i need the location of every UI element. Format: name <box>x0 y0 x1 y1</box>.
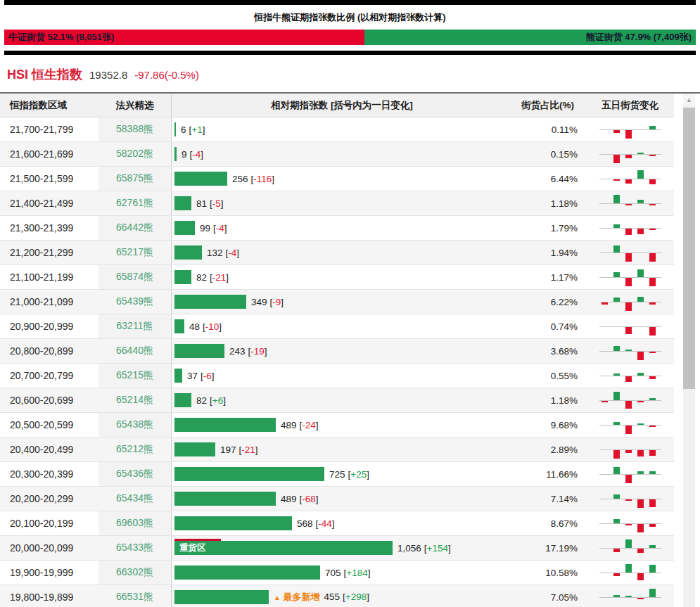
warrant-code-cell[interactable]: 65217熊 <box>98 241 171 264</box>
spark-bar-down <box>613 130 620 133</box>
table-row[interactable]: 20,400-20,499 65212熊 197[-21] 2.89% <box>0 437 674 462</box>
warrant-code-cell[interactable]: 65433熊 <box>98 536 171 560</box>
warrant-code-cell[interactable]: 65215熊 <box>98 364 171 388</box>
warrant-code-cell[interactable]: 66442熊 <box>98 216 171 240</box>
contracts-count: 82 <box>196 395 207 406</box>
contracts-value: 489[-24] <box>281 420 319 430</box>
warrant-code-cell[interactable]: 65875熊 <box>98 167 171 191</box>
spark-bar-down <box>649 253 656 262</box>
warrant-code-link[interactable]: 65433熊 <box>116 542 153 554</box>
5day-sparkline-chart <box>599 144 661 164</box>
scrollbar-thumb[interactable] <box>683 108 695 389</box>
warrant-code-link[interactable]: 66302熊 <box>116 566 153 579</box>
warrant-code-cell[interactable]: 65874熊 <box>98 265 171 289</box>
spark-bar-down <box>625 229 632 235</box>
warrant-code-link[interactable]: 66440熊 <box>116 345 153 357</box>
warrant-code-cell[interactable]: 63211熊 <box>98 314 171 338</box>
contracts-bar-wrap <box>174 122 176 136</box>
warrant-code-cell[interactable]: 58388熊 <box>98 117 171 141</box>
table-row[interactable]: 21,000-21,099 65439熊 349[-9] 6.22% <box>0 290 674 314</box>
warrant-code-link[interactable]: 65214熊 <box>116 394 153 407</box>
scroll-up-arrow-icon[interactable]: ▲ <box>683 94 695 106</box>
sparkline-baseline <box>599 573 661 573</box>
spark-bar-down <box>649 278 656 286</box>
index-range-cell: 19,900-19,999 <box>0 567 98 578</box>
contracts-value: 6[+1] <box>181 124 205 135</box>
sparkline-baseline <box>599 597 661 598</box>
warrant-code-link[interactable]: 65215熊 <box>116 369 153 382</box>
index-price: 19352.8 <box>89 69 127 81</box>
warrant-code-link[interactable]: 65217熊 <box>116 246 153 259</box>
warrant-code-cell[interactable]: 69603熊 <box>98 511 171 535</box>
table-row[interactable]: 20,300-20,399 65436熊 725[+25] 11.66% <box>0 462 674 487</box>
warrant-code-link[interactable]: 65212熊 <box>116 443 153 456</box>
outstanding-pct-cell: 2.89% <box>512 445 586 455</box>
contracts-bar <box>174 566 320 580</box>
table-row[interactable]: 21,500-21,599 65875熊 256[-116] 6.44% <box>0 167 674 191</box>
warrant-code-cell[interactable]: 65212熊 <box>98 437 171 461</box>
5day-sparkline-chart <box>599 193 661 213</box>
bear-ratio-segment: 熊证街货 47.9% (7,409张) <box>364 30 696 45</box>
index-range-cell: 20,600-20,699 <box>0 395 98 406</box>
vertical-scrollbar[interactable]: ▲ <box>683 94 695 607</box>
warrant-code-cell[interactable]: 66440熊 <box>98 339 171 363</box>
table-row[interactable]: 21,700-21,799 58388熊 6[+1] 0.11% <box>0 117 674 142</box>
warrant-code-link[interactable]: 65436熊 <box>116 468 153 480</box>
warrant-code-link[interactable]: 65438熊 <box>116 418 153 431</box>
contracts-count: 81 <box>196 198 207 209</box>
warrant-code-cell[interactable]: 65439熊 <box>98 290 171 314</box>
warrant-code-cell[interactable]: 65214熊 <box>98 388 171 412</box>
warrant-code-link[interactable]: 66442熊 <box>116 222 153 234</box>
warrant-code-cell[interactable]: 66302熊 <box>98 561 171 584</box>
warrant-code-link[interactable]: 65434熊 <box>116 492 153 505</box>
table-row[interactable]: 20,000-20,099 65433熊 重货区 1,056[+154] 17.… <box>0 536 674 561</box>
table-row[interactable]: 20,100-20,199 69603熊 568[-44] 8.67% <box>0 511 674 536</box>
contracts-bar-wrap <box>174 295 246 309</box>
warrant-code-link[interactable]: 66531熊 <box>116 591 153 603</box>
table-row[interactable]: 20,800-20,899 66440熊 243[-19] 3.68% <box>0 339 674 364</box>
table-row[interactable]: 21,200-21,299 65217熊 132[-4] 1.94% <box>0 241 674 265</box>
table-row[interactable]: 21,600-21,699 58202熊 9[-4] 0.15% <box>0 142 674 167</box>
table-row[interactable]: 20,200-20,299 65434熊 489[-68] 7.14% <box>0 487 674 511</box>
5day-sparkline-cell <box>586 243 674 262</box>
warrant-code-cell[interactable]: 65434熊 <box>98 487 171 511</box>
warrant-code-link[interactable]: 65874熊 <box>116 271 153 283</box>
table-row[interactable]: 19,800-19,899 66531熊 ▲ 最多新增455[+298] 7.0… <box>0 585 674 607</box>
warrant-code-link[interactable]: 63211熊 <box>117 320 153 333</box>
outstanding-pct-cell: 1.94% <box>512 248 586 258</box>
table-row[interactable]: 20,500-20,599 65438熊 489[-24] 9.68% <box>0 413 674 437</box>
warrant-code-link[interactable]: 58388熊 <box>116 123 153 136</box>
contracts-count: 455 <box>324 592 341 602</box>
header-5day-change: 五日街货变化 <box>586 99 674 112</box>
contracts-bar <box>174 245 202 260</box>
index-change: -97.86(-0.5%) <box>134 69 199 81</box>
warrant-code-cell[interactable]: 62761熊 <box>98 191 171 215</box>
warrant-code-cell[interactable]: 65438熊 <box>98 413 171 437</box>
table-row[interactable]: 21,100-21,199 65874熊 82[-21] 1.17% <box>0 265 674 290</box>
warrant-code-link[interactable]: 65439熊 <box>116 295 153 308</box>
spark-bar-down <box>625 376 632 382</box>
warrant-code-link[interactable]: 58202熊 <box>116 148 153 160</box>
5day-sparkline-chart <box>599 341 661 361</box>
warrant-code-link[interactable]: 69603熊 <box>116 517 153 530</box>
triangle-up-icon: ▲ <box>274 594 281 601</box>
table-row[interactable]: 19,900-19,999 66302熊 705[+184] 10.58% <box>0 561 674 585</box>
warrant-code-cell[interactable]: 65436熊 <box>98 462 171 486</box>
table-row[interactable]: 20,700-20,799 65215熊 37[-6] 0.55% <box>0 364 674 388</box>
one-day-change: [-9] <box>270 297 284 307</box>
table-row[interactable]: 20,600-20,699 65214熊 82[+6] 1.18% <box>0 388 674 413</box>
5day-sparkline-chart <box>599 366 661 385</box>
table-row[interactable]: 21,300-21,399 66442熊 99[-4] 1.79% <box>0 216 674 241</box>
warrant-code-link[interactable]: 62761熊 <box>116 197 153 210</box>
warrant-code-cell[interactable]: 58202熊 <box>98 142 171 166</box>
index-range-cell: 20,900-20,999 <box>0 321 98 332</box>
spark-bar-up <box>649 545 656 548</box>
warrant-code-cell[interactable]: 66531熊 <box>98 585 171 607</box>
spark-bar-up <box>625 564 632 573</box>
table-row[interactable]: 20,900-20,999 63211熊 48[-10] 0.74% <box>0 314 674 339</box>
index-range-cell: 21,500-21,599 <box>0 173 98 184</box>
warrant-code-link[interactable]: 65875熊 <box>116 172 153 185</box>
5day-sparkline-cell <box>586 341 674 361</box>
contracts-value: 725[+25] <box>329 469 369 480</box>
table-row[interactable]: 21,400-21,499 62761熊 81[-5] 1.18% <box>0 191 674 216</box>
